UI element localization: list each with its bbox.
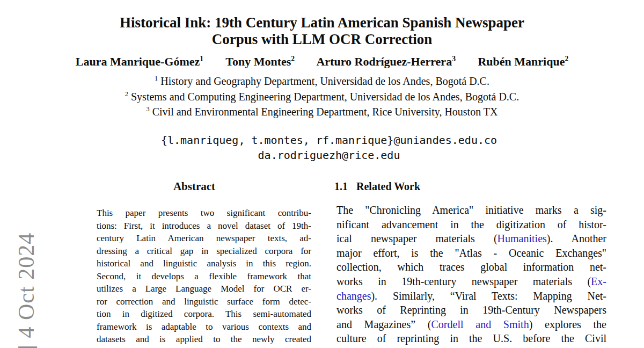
author-2-affil-mark: 2 [291,55,295,63]
abstract-line: Second, it develops a flexible framework… [97,270,311,283]
arxiv-watermark: ] 4 Oct 2024 [14,233,39,348]
affiliation-block: 1 History and Geography Department, Univ… [0,74,644,120]
author-4: Rubén Manrique2 [478,55,568,68]
text-segment: and Magazines” ( [336,318,431,330]
citation-link[interactable]: Cordell and Smith [431,318,529,330]
text-segment: dressing a critical gap in specialized c… [97,246,311,256]
abstract-line: utilizes a Large Language Model for OCR … [97,282,311,295]
text-segment: utilizes a Large Language Model for OCR … [97,284,311,294]
related-line: The "Chronicling America" initiative mar… [336,203,606,218]
text-segment: The "Chronicling America" initiative mar… [336,204,606,216]
abstract-line: tion in digitized corpora. This semi-aut… [97,308,311,321]
abstract-line: century Latin American newspaper texts, … [97,232,311,245]
related-line: culture of reprinting in the U.S. before… [336,331,606,346]
email-line-rice: da.rodriguezh@rice.edu [7,148,644,163]
related-work-heading: 1.1Related Work [334,180,604,193]
related-line: and Magazines” (Cordell and Smith) explo… [336,317,606,332]
text-segment: ). Another [547,233,606,244]
author-2: Tony Montes2 [225,55,295,68]
section-number: 1.1 [334,180,348,192]
related-line: collection, which traces global informat… [336,260,606,274]
text-segment: This paper presents two significant cont… [97,208,311,218]
abstract-heading: Abstract [97,180,292,193]
text-segment: ). Similarly, “Viral Texts: Mapping Net- [371,290,606,302]
text-segment: major effort, is the "Atlas - Oceanic Ex… [336,247,606,259]
paper-title-line1: Historical Ink: 19th Century Latin Ameri… [0,15,644,31]
paper-title: Historical Ink: 19th Century Latin Ameri… [0,15,644,48]
citation-link[interactable]: Ex- [591,276,606,287]
affiliation-3: 3 Civil and Environmental Engineering De… [0,104,644,120]
abstract-line: datasets and is applied to the newly cre… [97,333,311,346]
text-segment: ror correction and linguistic surface fo… [97,296,311,307]
related-line: works in 19th-century newspaper material… [336,274,606,289]
email-block: {l.manriqueg, t.montes, rf.manrique}@uni… [7,133,644,163]
author-3: Arturo Rodríguez-Herrera3 [316,55,456,68]
text-segment: datasets and is applied to the newly cre… [97,334,311,344]
affiliation-2: 2 Systems and Computing Engineering Depa… [0,89,644,105]
text-segment: nificant advancement in the digitization… [336,219,606,230]
related-line: nificant advancement in the digitization… [336,218,606,232]
text-segment: works in 19th-century newspaper material… [336,276,591,287]
affiliation-1: 1 History and Geography Department, Univ… [0,74,644,89]
abstract-line: ror correction and linguistic surface fo… [97,295,311,308]
author-4-affil-mark: 2 [565,55,568,63]
text-segment: tion in digitized corpora. This semi-aut… [97,309,311,319]
related-line: major effort, is the "Atlas - Oceanic Ex… [336,246,606,260]
email-line-uniandes: {l.manriqueg, t.montes, rf.manrique}@uni… [7,133,644,148]
author-1-affil-mark: 1 [200,55,203,63]
related-line: changes). Similarly, “Viral Texts: Mappi… [336,289,606,303]
section-title: Related Work [356,180,420,192]
related-line: ical newspaper materials (Humanities). A… [336,231,606,246]
citation-link[interactable]: changes [336,290,371,302]
author-3-affil-mark: 3 [452,55,456,63]
abstract-line: dressing a critical gap in specialized c… [97,245,311,258]
paper-title-line2: Corpus with LLM OCR Correction [0,31,644,48]
paper-page: ] 4 Oct 2024 Historical Ink: 19th Centur… [0,0,644,348]
abstract-line: This paper presents two significant cont… [97,207,311,220]
abstract-line: historical and linguistic analysis in th… [97,257,311,270]
text-segment: culture of reprinting in the U.S. before… [336,332,606,344]
text-segment: ) explores the [529,318,606,330]
abstract-body: This paper presents two significant cont… [97,207,311,346]
text-segment: framework is adaptable to various contex… [97,322,311,332]
author-1: Laura Manrique-Gómez1 [76,55,203,68]
text-segment: century Latin American newspaper texts, … [97,233,311,243]
text-segment: ical newspaper materials ( [336,233,497,244]
author-line: Laura Manrique-Gómez1 Tony Montes2 Artur… [0,55,644,69]
text-segment: Second, it develops a flexible framework… [97,271,311,281]
related-line: works of Reprinting in 19th-Century News… [336,303,606,317]
text-segment: historical and linguistic analysis in th… [97,258,311,269]
text-segment: collection, which traces global informat… [336,261,606,273]
citation-link[interactable]: Humanities [497,233,547,244]
text-segment: tions: First, it introduces a novel data… [97,221,311,231]
text-segment: works of Reprinting in 19th-Century News… [336,304,606,316]
abstract-line: framework is adaptable to various contex… [97,321,311,334]
related-work-body: The "Chronicling America" initiative mar… [336,203,606,346]
abstract-line: tions: First, it introduces a novel data… [97,220,311,233]
